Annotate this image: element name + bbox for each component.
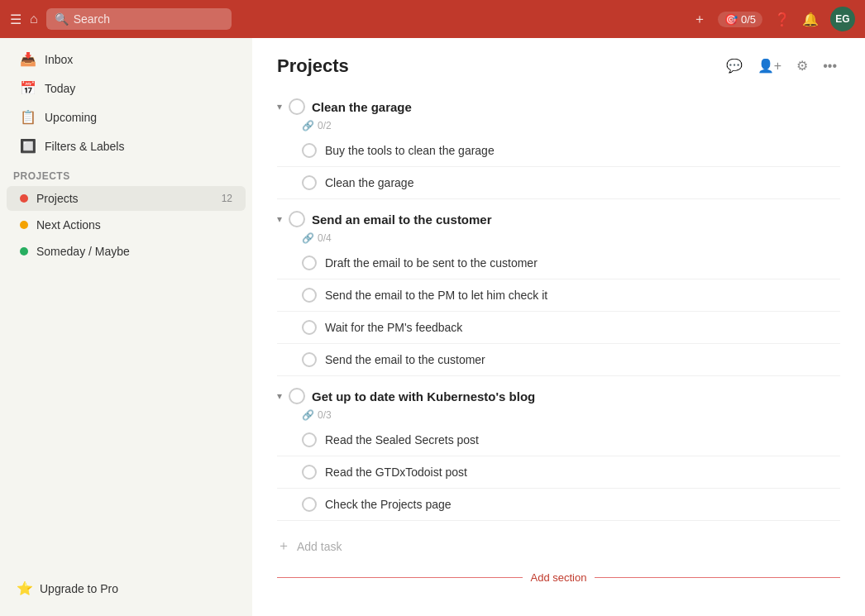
task-checkbox[interactable] [302, 320, 317, 335]
chevron-down-icon[interactable]: ▾ [277, 390, 282, 402]
project-label: Projects [36, 192, 213, 205]
topbar-right: ＋ 🎯 0/5 ❓ 🔔 EG [693, 7, 855, 31]
sidebar-item-label: Upcoming [45, 111, 97, 124]
task-group-send-email: ▾ Send an email to the customer 🔗 0/4 Dr… [277, 206, 840, 376]
add-task-row[interactable]: ＋ Add task [277, 528, 840, 565]
sidebar-item-upcoming[interactable]: 📋 Upcoming [7, 103, 246, 131]
karma-icon: 🎯 [724, 13, 738, 26]
task-text: Buy the tools to clean the garage [325, 144, 495, 157]
group-title: Send an email to the customer [312, 212, 840, 227]
task-checkbox[interactable] [302, 255, 317, 270]
task-text: Read the Sealed Secrets post [325, 433, 479, 446]
group-title: Clean the garage [312, 100, 840, 114]
content-header: Projects 💬 👤+ ⚙ ••• [277, 55, 840, 77]
add-section-row[interactable]: Add section [277, 571, 840, 584]
menu-icon[interactable]: ☰ [10, 12, 22, 27]
today-icon: 📅 [20, 80, 36, 96]
sidebar-item-today[interactable]: 📅 Today [7, 74, 246, 102]
task-group-header[interactable]: ▾ Send an email to the customer [277, 206, 840, 232]
home-icon[interactable]: ⌂ [30, 12, 38, 26]
task-group-header[interactable]: ▾ Clean the garage [277, 93, 840, 120]
task-text: Draft the email to be sent to the custom… [325, 256, 538, 270]
karma-value: 0/5 [741, 13, 756, 26]
task-checkbox[interactable] [302, 432, 317, 447]
sidebar-project-someday[interactable]: Someday / Maybe [7, 239, 246, 264]
task-checkbox[interactable] [302, 352, 317, 367]
group-circle[interactable] [289, 211, 305, 227]
content-actions: 💬 👤+ ⚙ ••• [723, 55, 840, 77]
sidebar-item-label: Filters & Labels [45, 140, 124, 153]
task-checkbox[interactable] [302, 288, 317, 303]
avatar[interactable]: EG [830, 7, 855, 31]
task-item[interactable]: Clean the garage [277, 167, 840, 199]
sidebar-item-label: Inbox [45, 53, 73, 66]
filters-icon: 🔲 [20, 138, 36, 154]
add-section-label[interactable]: Add section [523, 571, 595, 584]
task-item[interactable]: Buy the tools to clean the garage [277, 135, 840, 167]
subtask-icon: 🔗 [302, 232, 314, 244]
group-progress: 0/4 [318, 232, 332, 244]
task-text: Send the email to the PM to let him chec… [325, 289, 547, 302]
group-circle[interactable] [289, 98, 305, 115]
section-line-left [277, 577, 523, 578]
more-icon[interactable]: ••• [820, 55, 840, 77]
help-icon[interactable]: ❓ [774, 12, 791, 27]
task-text: Check the Projects page [325, 498, 452, 511]
project-label: Someday / Maybe [36, 245, 232, 258]
sidebar-project-next-actions[interactable]: Next Actions [7, 212, 246, 237]
comment-icon[interactable]: 💬 [723, 55, 746, 77]
subtask-icon: 🔗 [302, 409, 314, 421]
next-actions-dot [20, 221, 28, 229]
sidebar-item-inbox[interactable]: 📥 Inbox [7, 45, 246, 73]
sidebar: 📥 Inbox 📅 Today 📋 Upcoming 🔲 Filters & L… [0, 38, 252, 616]
inbox-icon: 📥 [20, 51, 36, 67]
karma-badge[interactable]: 🎯 0/5 [718, 12, 762, 27]
search-bar[interactable]: 🔍 [46, 8, 232, 30]
chevron-down-icon[interactable]: ▾ [277, 101, 282, 112]
task-checkbox[interactable] [302, 497, 317, 512]
task-group-header[interactable]: ▾ Get up to date with Kubernesto's blog [277, 383, 840, 409]
topbar: ☰ ⌂ 🔍 ＋ 🎯 0/5 ❓ 🔔 EG [0, 0, 865, 38]
task-checkbox[interactable] [302, 465, 317, 480]
plus-icon: ＋ [277, 537, 290, 555]
subtask-icon: 🔗 [302, 120, 314, 131]
group-meta: 🔗 0/4 [302, 232, 840, 244]
search-icon: 🔍 [55, 12, 69, 26]
upcoming-icon: 📋 [20, 109, 36, 125]
sidebar-project-projects[interactable]: Projects 12 [7, 186, 246, 211]
group-progress: 0/2 [318, 120, 332, 131]
add-task-label: Add task [297, 540, 342, 553]
task-text: Wait for the PM's feedback [325, 321, 462, 334]
content-area: Projects 💬 👤+ ⚙ ••• ▾ Clean the garage 🔗… [252, 38, 865, 616]
task-item[interactable]: Read the GTDxTodoist post [277, 456, 840, 489]
task-checkbox[interactable] [302, 175, 317, 190]
task-item[interactable]: Wait for the PM's feedback [277, 312, 840, 344]
group-progress: 0/3 [318, 409, 332, 421]
task-item[interactable]: Draft the email to be sent to the custom… [277, 247, 840, 279]
upgrade-button[interactable]: ⭐ Upgrade to Pro [7, 574, 246, 603]
task-text: Read the GTDxTodoist post [325, 466, 467, 479]
task-checkbox[interactable] [302, 143, 317, 158]
add-member-icon[interactable]: 👤+ [754, 55, 785, 77]
group-title: Get up to date with Kubernesto's blog [312, 389, 840, 404]
group-meta: 🔗 0/2 [302, 120, 840, 131]
settings-icon[interactable]: ⚙ [793, 55, 811, 77]
task-item[interactable]: Send the email to the PM to let him chec… [277, 279, 840, 312]
task-item[interactable]: Read the Sealed Secrets post [277, 424, 840, 456]
bell-icon[interactable]: 🔔 [802, 12, 819, 27]
task-text: Clean the garage [325, 176, 413, 189]
sidebar-bottom: ⭐ Upgrade to Pro [0, 567, 252, 609]
main-container: 📥 Inbox 📅 Today 📋 Upcoming 🔲 Filters & L… [0, 38, 865, 616]
group-circle[interactable] [289, 388, 305, 404]
star-icon: ⭐ [17, 580, 33, 596]
task-item[interactable]: Check the Projects page [277, 489, 840, 521]
projects-dot [20, 194, 28, 203]
sidebar-item-filters[interactable]: 🔲 Filters & Labels [7, 132, 246, 160]
chevron-down-icon[interactable]: ▾ [277, 213, 282, 225]
sidebar-item-label: Today [45, 82, 75, 95]
task-item[interactable]: Send the email to the customer [277, 344, 840, 376]
add-icon[interactable]: ＋ [693, 11, 706, 28]
someday-dot [20, 247, 28, 255]
projects-section-title: Projects [0, 160, 252, 185]
search-input[interactable] [74, 12, 223, 26]
